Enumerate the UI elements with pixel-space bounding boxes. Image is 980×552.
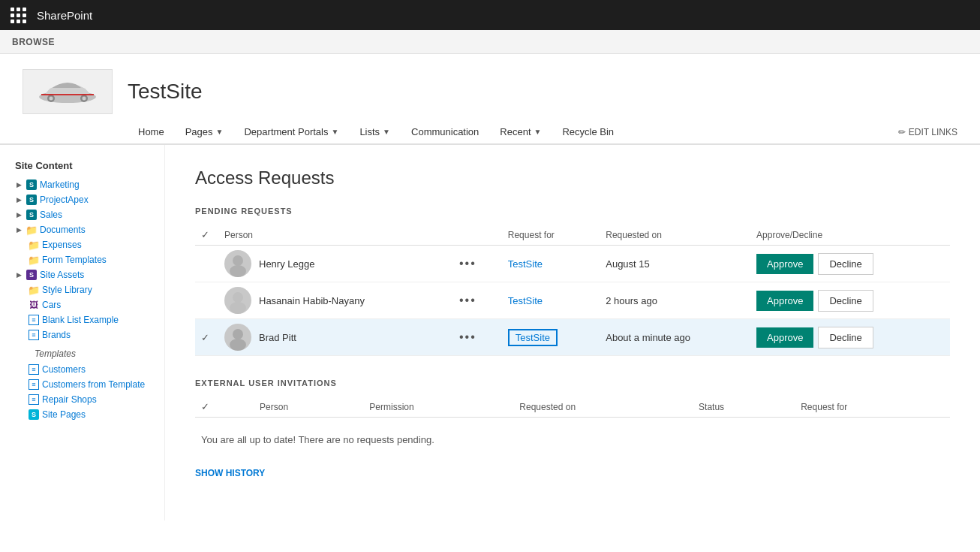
repair-shops-icon: ≡ <box>29 394 39 405</box>
ext-permission-col: Permission <box>363 397 513 418</box>
row2-request-for: TestSite <box>502 282 600 319</box>
ext-request-for-col: Request for <box>795 397 950 418</box>
sidebar-item-expenses[interactable]: 📁 Expenses <box>8 237 164 252</box>
blank-list-icon: ≡ <box>29 315 39 325</box>
sidebar-item-style-library[interactable]: 📁 Style Library <box>8 282 164 297</box>
expenses-folder-icon: 📁 <box>29 240 39 250</box>
nav-communication[interactable]: Communication <box>401 120 489 143</box>
decline-button[interactable]: Decline <box>818 253 873 275</box>
app-launcher-icon[interactable] <box>9 6 28 25</box>
expand-arrow: ▶ <box>17 181 22 189</box>
sidebar-item-customers[interactable]: ≡ Customers <box>8 362 164 377</box>
ext-requested-on-col: Requested on <box>513 397 693 418</box>
sidebar-item-documents[interactable]: ▶ 📁 Documents <box>8 222 164 237</box>
testsite-link[interactable]: TestSite <box>508 258 543 270</box>
svg-point-8 <box>233 292 243 303</box>
more-options-icon[interactable]: ••• <box>459 257 476 270</box>
nav-department-portals[interactable]: Department Portals ▼ <box>233 120 349 143</box>
customers-template-icon: ≡ <box>29 379 39 390</box>
approve-button2[interactable]: Approve <box>756 291 813 311</box>
pending-section-title: PENDING REQUESTS <box>195 207 950 216</box>
sidebar-item-site-assets[interactable]: ▶ S Site Assets <box>8 267 164 282</box>
row1-request-for: TestSite <box>502 246 600 282</box>
approve-decline-col-header: Approve/Decline <box>750 225 950 246</box>
expand-arrow3: ▶ <box>17 211 22 219</box>
decline-button3[interactable]: Decline <box>818 327 873 348</box>
row3-person: Brad Pitt <box>218 319 453 356</box>
customers-icon: ≡ <box>29 364 39 375</box>
testsite-highlighted-link[interactable]: TestSite <box>508 329 558 346</box>
templates-label: Templates <box>8 342 164 362</box>
projectapex-icon: S <box>26 195 37 205</box>
svg-point-10 <box>233 329 243 339</box>
avatar <box>224 250 251 277</box>
row3-request-for: TestSite <box>502 319 600 356</box>
sidebar-item-sales[interactable]: ▶ S Sales <box>8 207 164 222</box>
sidebar-item-form-templates[interactable]: 📁 Form Templates <box>8 252 164 267</box>
row1-person: Henry Legge <box>218 246 453 282</box>
edit-links-button[interactable]: ✏ EDIT LINKS <box>898 127 957 137</box>
nav-recent[interactable]: Recent ▼ <box>489 120 552 143</box>
lists-chevron-icon: ▼ <box>383 128 390 136</box>
documents-folder-icon: 📁 <box>26 225 37 235</box>
nav-home[interactable]: Home <box>128 120 175 143</box>
row2-person: Hasanain Habib-Nayany <box>218 282 453 319</box>
person-col-header: Person <box>218 225 453 246</box>
sidebar-title: Site Content <box>8 160 164 177</box>
row3-actions: Approve Decline <box>750 319 950 356</box>
table-row: Hasanain Habib-Nayany ••• TestSite 2 hou… <box>195 282 950 319</box>
sidebar-item-customers-template[interactable]: ≡ Customers from Template <box>8 377 164 392</box>
site-logo <box>23 69 113 114</box>
more-options-icon2[interactable]: ••• <box>459 294 476 306</box>
form-templates-folder-icon: 📁 <box>29 255 39 265</box>
nav-recycle-bin[interactable]: Recycle Bin <box>552 120 624 143</box>
approve-button3[interactable]: Approve <box>756 327 813 348</box>
decline-button2[interactable]: Decline <box>818 290 873 312</box>
sidebar-item-marketing[interactable]: ▶ S Marketing <box>8 177 164 192</box>
style-library-folder-icon: 📁 <box>29 285 39 295</box>
browse-bar: BROWSE <box>0 30 980 54</box>
svg-point-6 <box>233 255 243 266</box>
row1-check <box>195 246 218 282</box>
sidebar-item-cars[interactable]: 🖼 Cars <box>8 297 164 312</box>
cars-icon: 🖼 <box>29 300 39 310</box>
main-layout: Site Content ▶ S Marketing ▶ S ProjectAp… <box>0 145 980 520</box>
testsite-link2[interactable]: TestSite <box>508 295 543 306</box>
sidebar-item-repair-shops[interactable]: ≡ Repair Shops <box>8 392 164 407</box>
row1-actions: Approve Decline <box>750 246 950 282</box>
show-history-link[interactable]: SHOW HISTORY <box>195 468 265 478</box>
row3-check-icon: ✓ <box>201 332 209 343</box>
site-title: TestSite <box>128 80 203 104</box>
requested-on-col-header: Requested on <box>600 225 750 246</box>
sidebar-item-brands[interactable]: ≡ Brands <box>8 327 164 342</box>
expand-arrow5: ▶ <box>17 271 22 279</box>
row2-requested-on: 2 hours ago <box>600 282 750 319</box>
request-for-col-header: Request for <box>502 225 600 246</box>
dept-portals-chevron-icon: ▼ <box>331 128 338 136</box>
app-title: SharePoint <box>37 9 92 22</box>
sidebar-item-projectapex[interactable]: ▶ S ProjectApex <box>8 192 164 207</box>
svg-point-4 <box>83 97 86 101</box>
nav-lists[interactable]: Lists ▼ <box>349 120 401 143</box>
external-section-title: EXTERNAL USER INVITATIONS <box>195 379 950 388</box>
recent-chevron-icon: ▼ <box>534 128 542 136</box>
empty-message: You are all up to date! There are no req… <box>195 427 950 453</box>
external-invitations-table: ✓ Person Permission Requested on Status … <box>195 397 950 418</box>
site-pages-icon: S <box>29 409 39 420</box>
row1-dots[interactable]: ••• <box>453 246 502 282</box>
approve-button[interactable]: Approve <box>756 254 813 274</box>
avatar <box>224 324 251 351</box>
sidebar-item-site-pages[interactable]: S Site Pages <box>8 407 164 422</box>
more-options-icon3[interactable]: ••• <box>459 330 476 343</box>
row3-dots[interactable]: ••• <box>453 319 502 356</box>
top-bar: SharePoint <box>0 0 980 30</box>
row3-check: ✓ <box>195 319 218 356</box>
row3-requested-on: About a minute ago <box>600 319 750 356</box>
nav-pages[interactable]: Pages ▼ <box>175 120 234 143</box>
row2-dots[interactable]: ••• <box>453 282 502 319</box>
check-col-header: ✓ <box>195 225 218 246</box>
sidebar: Site Content ▶ S Marketing ▶ S ProjectAp… <box>0 145 165 520</box>
sidebar-item-blank-list[interactable]: ≡ Blank List Example <box>8 312 164 327</box>
ext-person-col: Person <box>254 397 363 418</box>
row2-check <box>195 282 218 319</box>
